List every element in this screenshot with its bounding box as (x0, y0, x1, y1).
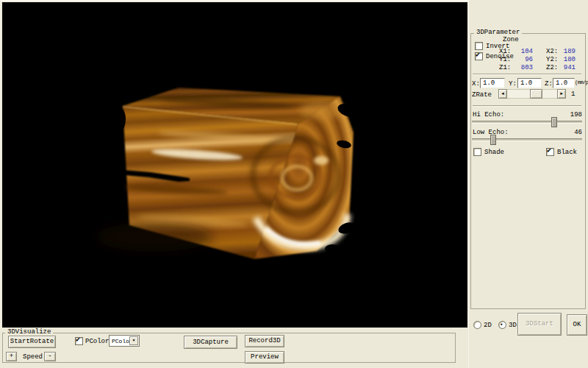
zone-x1-value: 104 (509, 49, 533, 55)
zone-y1-value: 96 (509, 57, 533, 63)
zone-y2-value: 180 (556, 57, 576, 63)
parameter-panel: 3DParameter Invert ✔ Denoise Zone X1: 10… (468, 0, 588, 368)
render-viewport[interactable] (2, 2, 467, 328)
denoise-check-mark: ✔ (476, 52, 480, 59)
z-scale-input[interactable]: 1.0 (553, 78, 575, 88)
visualize-group-title: 3DVisualize (5, 329, 53, 336)
separator (473, 105, 581, 107)
z-scale-label: Z: (545, 81, 553, 88)
pcolor-label: PColor (85, 339, 109, 345)
radio-2d[interactable] (473, 321, 481, 329)
record3d-button[interactable]: Record3D (245, 335, 284, 347)
low-echo-slider-track[interactable] (472, 138, 582, 141)
zrate-scrollbar[interactable]: ◄ ► (498, 89, 566, 99)
x-scale-input[interactable]: 1.0 (480, 78, 505, 88)
radio-3d-dot: ● (501, 323, 503, 327)
scale-unit-label: (mm/p) (575, 80, 588, 85)
zrate-scroll-thumb[interactable] (530, 89, 542, 99)
radio-3d[interactable]: ● (498, 321, 506, 329)
black-label: Black (557, 149, 577, 156)
3dcapture-button[interactable]: 3DCapture (184, 336, 237, 349)
invert-checkbox[interactable] (475, 42, 483, 50)
zrate-value: 1 (571, 91, 575, 98)
zone-x2-value: 189 (556, 49, 576, 55)
y-scale-input[interactable]: 1.0 (517, 78, 542, 88)
pcolor-checkbox[interactable]: ✔ (75, 337, 83, 345)
start-rotate-button[interactable]: StartRotate (8, 336, 56, 348)
speed-minus-button[interactable]: - (44, 352, 56, 361)
volume-render (2, 2, 467, 328)
speed-label: Speed (23, 354, 43, 361)
hi-echo-slider-thumb[interactable] (551, 117, 557, 127)
black-check-mark: ✔ (547, 147, 551, 155)
low-echo-slider-thumb[interactable] (490, 135, 496, 145)
zrate-scroll-left-icon[interactable]: ◄ (498, 89, 507, 99)
zone-title: Zone (503, 37, 519, 43)
hi-echo-value: 198 (570, 112, 582, 118)
app-window: { "window": { "bg": "#ece9d8", "viewport… (0, 0, 588, 368)
zone-z2-value: 941 (556, 65, 576, 71)
chevron-down-icon[interactable]: ▼ (129, 336, 138, 345)
pcolor-check-mark: ✔ (76, 336, 80, 344)
y-scale-label: Y: (509, 81, 517, 88)
pcolor-dropdown[interactable]: PColor ▼ (109, 335, 140, 347)
low-echo-value: 46 (574, 130, 582, 136)
speed-plus-button[interactable]: + (6, 352, 17, 361)
zrate-label: ZRate (472, 92, 492, 99)
shade-label: Shade (484, 149, 504, 156)
black-checkbox[interactable]: ✔ (546, 148, 554, 156)
hi-echo-slider-track[interactable] (472, 121, 582, 124)
preview-button[interactable]: Preview (245, 351, 284, 364)
shade-checkbox[interactable] (473, 148, 481, 156)
denoise-checkbox[interactable]: ✔ (475, 52, 483, 60)
hi-echo-label: Hi Echo: (473, 112, 504, 118)
ok-button[interactable]: OK (567, 314, 587, 336)
3dstart-button[interactable]: 3DStart (517, 313, 562, 336)
separator (473, 74, 581, 75)
zone-z1-value: 803 (509, 65, 533, 71)
visualize-panel: 3DVisualize StartRotate + Speed - ✔ PCol… (0, 328, 468, 368)
x-scale-label: X: (472, 81, 480, 88)
radio-3d-label: 3D (509, 322, 517, 329)
zrate-scroll-right-icon[interactable]: ► (557, 89, 566, 99)
radio-2d-label: 2D (484, 322, 492, 329)
parameter-group-title: 3DParameter (474, 29, 522, 36)
